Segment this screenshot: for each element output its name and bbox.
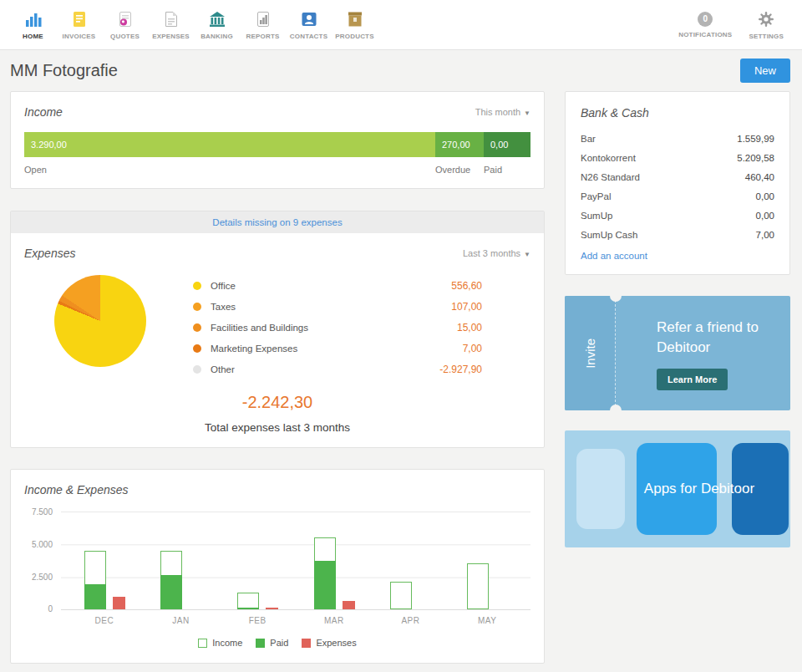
legend-dot — [193, 365, 201, 374]
nav-item-reports[interactable]: REPORTS — [240, 0, 286, 49]
nav-item-home[interactable]: HOME — [10, 0, 56, 49]
new-button[interactable]: New — [740, 59, 790, 83]
title-row: MM Fotografie New — [10, 50, 790, 91]
nav-item-notifications[interactable]: 0 NOTIFICATIONS — [670, 0, 740, 49]
bar-group — [464, 512, 510, 609]
bank-cash-card: Bank & Cash Bar 1.559,99 Kontokorrent 5.… — [565, 91, 790, 275]
bank-account-row[interactable]: PayPal 0,00 — [581, 186, 774, 206]
left-column: Income This month▼ 3.290,00 270,00 0,00 … — [10, 91, 545, 664]
quote-icon — [116, 10, 135, 28]
income-period-filter[interactable]: This month▼ — [475, 107, 530, 117]
month-label: MAY — [464, 616, 510, 625]
nav-label: BANKING — [200, 33, 233, 40]
nav-item-quotes[interactable]: QUOTES — [102, 0, 148, 49]
nav-label: SETTINGS — [749, 33, 784, 40]
add-account-link[interactable]: Add an account — [581, 251, 647, 261]
learn-more-button[interactable]: Learn More — [657, 369, 728, 390]
apps-banner[interactable]: Apps for Debitoor — [565, 430, 790, 547]
legend-row: Office 556,60 — [193, 275, 482, 296]
bar-group — [388, 512, 433, 609]
legend-label: Other — [211, 364, 439, 374]
bar-chart-icon — [24, 10, 43, 28]
legend-label: Marketing Expenses — [211, 344, 463, 354]
nav-label: CONTACTS — [290, 33, 327, 40]
income-segment-overdue[interactable]: 270,00 — [435, 132, 484, 157]
bar-paid — [314, 561, 336, 609]
bank-account-row[interactable]: N26 Standard 460,40 — [581, 167, 774, 186]
income-card-title: Income — [24, 105, 63, 119]
gear-icon — [757, 10, 775, 28]
nav-item-expenses[interactable]: EXPENSES — [148, 0, 194, 49]
legend-item-paid: Paid — [256, 638, 288, 648]
bar-paid — [84, 584, 106, 609]
account-name: SumUp — [581, 211, 612, 221]
expenses-period-filter[interactable]: Last 3 months▼ — [463, 248, 530, 258]
legend-swatch-income — [198, 639, 207, 648]
income-paid-label: Paid — [484, 165, 530, 175]
expenses-card-title: Expenses — [24, 247, 75, 260]
income-segment-labels: Open Overdue Paid — [24, 165, 530, 175]
notifications-badge: 0 — [698, 12, 713, 27]
bar-chart-legend: Income Paid Expenses — [24, 638, 530, 648]
nav-label: NOTIFICATIONS — [678, 31, 732, 38]
bank-account-row[interactable]: Kontokorrent 5.209,58 — [581, 148, 774, 167]
legend-row: Marketing Expenses 7,00 — [193, 338, 482, 359]
account-name: Kontokorrent — [581, 153, 636, 163]
legend-row: Taxes 107,00 — [193, 296, 482, 317]
nav-label: PRODUCTS — [335, 33, 374, 40]
expense-icon — [162, 10, 180, 28]
account-balance: 5.209,58 — [737, 153, 774, 163]
legend-swatch-expenses — [302, 639, 311, 648]
bar-income — [467, 563, 489, 609]
nav-item-products[interactable]: PRODUCTS — [332, 0, 378, 49]
invite-ribbon-label: Invite — [583, 339, 597, 369]
expenses-pie-chart — [54, 275, 146, 367]
nav-label: REPORTS — [246, 33, 279, 40]
bar-expenses — [343, 601, 355, 609]
bar-group — [235, 512, 280, 609]
bar-chart-month-labels: DECJANFEBMARAPRMAY — [61, 616, 530, 625]
legend-value: 15,00 — [457, 322, 482, 333]
bank-icon — [208, 10, 226, 28]
details-missing-link[interactable]: Details missing on 9 expenses — [11, 211, 544, 233]
income-open-value: 3.290,00 — [31, 140, 67, 150]
legend-dot — [193, 303, 201, 311]
account-name: Bar — [581, 134, 596, 144]
nav-spacer — [378, 0, 670, 49]
income-period-label: This month — [475, 107, 520, 117]
nav-item-invoices[interactable]: INVOICES — [56, 0, 102, 49]
legend-label: Paid — [270, 638, 288, 648]
y-tick: 7.500 — [32, 507, 53, 517]
invite-text: Refer a friend to Debitoor — [657, 318, 779, 358]
bar-expenses — [113, 597, 125, 609]
nav-item-settings[interactable]: SETTINGS — [740, 0, 792, 49]
account-balance: 460,40 — [745, 172, 774, 182]
expenses-total-caption: Total expenses last 3 months — [24, 421, 530, 434]
bar-income — [237, 593, 259, 609]
nav-label: EXPENSES — [152, 33, 190, 40]
bar-expenses — [266, 608, 278, 609]
expenses-total: -2.242,30 — [24, 393, 530, 412]
nav-item-contacts[interactable]: CONTACTS — [286, 0, 332, 49]
bar-paid — [237, 608, 259, 609]
income-segment-paid[interactable]: 0,00 — [484, 132, 530, 157]
nav-item-banking[interactable]: BANKING — [194, 0, 240, 49]
bank-account-row[interactable]: Bar 1.559,99 — [581, 129, 774, 148]
y-tick: 0 — [48, 604, 53, 613]
legend-value: 107,00 — [451, 301, 482, 313]
income-expenses-chart-card: Income & Expenses 7.500 5.000 2.500 0 DE… — [10, 469, 545, 664]
invite-banner[interactable]: Invite Refer a friend to Debitoor Learn … — [565, 296, 790, 410]
top-nav: HOME INVOICES QUOTES EXPENSES BANKING RE… — [0, 0, 802, 50]
bank-account-row[interactable]: SumUp 0,00 — [581, 206, 774, 225]
month-label: FEB — [235, 616, 280, 625]
legend-value: -2.927,90 — [439, 364, 482, 375]
legend-row: Facilities and Buildings 15,00 — [193, 317, 482, 338]
account-name: SumUp Cash — [581, 230, 637, 240]
income-segment-open[interactable]: 3.290,00 — [24, 132, 435, 157]
invite-ribbon: Invite — [565, 296, 616, 410]
bank-account-row[interactable]: SumUp Cash 7,00 — [581, 225, 774, 244]
chart-card-title: Income & Expenses — [24, 483, 129, 496]
income-card: Income This month▼ 3.290,00 270,00 0,00 … — [10, 91, 545, 189]
chevron-down-icon: ▼ — [524, 109, 530, 117]
legend-dot — [193, 344, 201, 353]
